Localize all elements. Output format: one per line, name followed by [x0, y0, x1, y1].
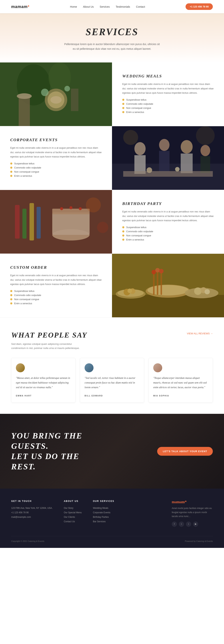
- footer-link-corporate[interactable]: Corporate Events: [93, 510, 114, 515]
- page-title: SERVICES: [37, 26, 187, 38]
- testimonial-quote-1: "Massa amet, at dolor tellus pellentesqu…: [16, 376, 71, 390]
- testimonial-quote-3: "Neque ullamcorper interdum massa alique…: [153, 376, 208, 390]
- bullet-dot: [10, 294, 12, 296]
- wedding-bullets: Suspendisse tellus Commodo odio vulputat…: [122, 98, 214, 115]
- testimonials-left: WHAT PEOPLE SAY Sed diam, egestas volutp…: [11, 330, 87, 350]
- powered-by: Powered by Catering & Events: [185, 540, 213, 542]
- birthday-bullets: Suspendisse tellus Commodo odio vulputat…: [122, 226, 214, 242]
- footer-link-contact[interactable]: Contact Us: [64, 519, 82, 524]
- bullet-dot: [122, 99, 124, 101]
- nav-home[interactable]: Home: [70, 5, 77, 8]
- footer-contact-heading: GET IN TOUCH: [11, 500, 53, 502]
- nav-services[interactable]: Services: [100, 5, 110, 8]
- bullet-dot: [10, 302, 12, 304]
- testimonial-cards: "Massa amet, at dolor tellus pellentesqu…: [11, 358, 213, 403]
- testimonials-header: WHAT PEOPLE SAY Sed diam, egestas volutp…: [11, 330, 213, 350]
- bullet-item: Enim a senectus: [10, 302, 102, 305]
- footer-top: GET IN TOUCH 123 Fifth Ave, New York, NY…: [11, 500, 213, 527]
- svg-rect-11: [0, 62, 112, 126]
- wedding-image: [0, 62, 112, 126]
- footer-address: 123 Fifth Ave, New York, NY 12004, USA.: [11, 506, 53, 510]
- hero-subtitle: Pellentesque lorem quis in auctor bibend…: [63, 42, 161, 51]
- svg-rect-61: [112, 254, 224, 317]
- svg-rect-41: [0, 190, 112, 254]
- instagram-icon[interactable]: i: [186, 522, 191, 527]
- bullet-dot: [122, 238, 124, 241]
- bullet-item: Non consequat congue: [122, 106, 214, 110]
- youtube-icon[interactable]: ▶: [193, 522, 198, 527]
- bullet-dot: [122, 111, 124, 113]
- birthday-image: [0, 190, 112, 254]
- copyright: Copyright © 2021 Catering & Events: [11, 540, 44, 542]
- footer-link-birthday[interactable]: Birthday Parties: [93, 515, 114, 519]
- corporate-description: Eget mi nulla venenatis odio viverra in …: [10, 146, 102, 159]
- bullet-dot: [122, 230, 124, 232]
- footer-link-story[interactable]: Our Story: [64, 506, 82, 510]
- footer-link-menu[interactable]: Our Special Menu: [64, 510, 82, 515]
- avatar-mia: [153, 363, 162, 372]
- bullet-dot: [10, 171, 12, 173]
- bullet-item: Enim a senectus: [10, 174, 102, 177]
- service-corporate: CORPORATE EVENTS Eget mi nulla venenatis…: [0, 126, 224, 190]
- birthday-title: BIRTHDAY PARTY: [122, 201, 214, 206]
- hero-section: SERVICES Pellentesque lorem quis in auct…: [0, 13, 224, 62]
- footer-about-heading: ABOUT US: [64, 500, 82, 502]
- custom-title: CUSTOM ORDER: [10, 265, 102, 270]
- footer-about: ABOUT US Our Story Our Special Menu Our …: [64, 500, 82, 527]
- bullet-item: Suspendisse tellus: [10, 162, 102, 165]
- nav-phone-button[interactable]: +1 123 456 78 90: [186, 3, 213, 10]
- corporate-image: [112, 126, 224, 190]
- bullet-dot: [10, 290, 12, 292]
- nav-links: Home About Us Services Testimonials Cont…: [70, 5, 145, 8]
- bullet-item: Non consequat congue: [10, 298, 102, 301]
- testimonial-card-2: "Sed iaculis vel, tortor risus habitant …: [80, 358, 144, 403]
- wedding-content: WEDDING MEALS Eget mi nulla venenatis od…: [112, 62, 224, 126]
- bullet-dot: [122, 226, 124, 228]
- bullet-item: Suspendisse tellus: [122, 226, 214, 229]
- footer-link-clients[interactable]: Our Clients: [64, 515, 82, 519]
- bullet-item: Non consequat congue: [10, 170, 102, 173]
- bullet-item: Non consequat congue: [122, 234, 214, 237]
- footer-tagline: Amet morbi justo facilisis integer odio …: [172, 506, 213, 518]
- cta-heading: YOU BRING THE GUESTS. LET US DO THE REST…: [11, 431, 101, 472]
- testimonial-quote-2: "Sed iaculis vel, tortor risus habitant …: [85, 376, 139, 390]
- testimonial-card-3: "Neque ullamcorper interdum massa alique…: [149, 358, 213, 403]
- footer-services-heading: OUR SERVICES: [93, 500, 114, 502]
- footer-email: mail@example.com: [11, 515, 53, 519]
- bullet-item: Commodo odio vulputate: [122, 102, 214, 105]
- svg-rect-27: [112, 126, 224, 190]
- corporate-title: CORPORATE EVENTS: [10, 138, 102, 142]
- social-icons: f t i ▶: [172, 522, 213, 527]
- cta-event-button[interactable]: LET'S TALK ABOUT YOUR EVENT: [157, 447, 213, 456]
- testimonial-author-3: MIA SOPHIA: [153, 394, 169, 397]
- services-section: WEDDING MEALS Eget mi nulla venenatis od…: [0, 62, 224, 318]
- avatar-emma: [16, 363, 25, 372]
- view-all-reviews-link[interactable]: VIEW ALL REVIEWS: [187, 332, 213, 335]
- footer-contact: GET IN TOUCH 123 Fifth Ave, New York, NY…: [11, 500, 53, 527]
- nav-contact[interactable]: Contact: [136, 5, 145, 8]
- bullet-dot: [122, 107, 124, 109]
- testimonials-section: WHAT PEOPLE SAY Sed diam, egestas volutp…: [0, 318, 224, 414]
- nav-about[interactable]: About Us: [83, 5, 94, 8]
- bullet-dot: [10, 298, 12, 300]
- birthday-content: BIRTHDAY PARTY Eget mi nulla venenatis o…: [112, 190, 224, 254]
- custom-content: CUSTOM ORDER Eget mi nulla venenatis odi…: [0, 254, 112, 317]
- bullet-dot: [122, 103, 124, 105]
- wedding-description: Eget mi nulla venenatis odio viverra in …: [122, 82, 214, 95]
- birthday-description: Eget mi nulla venenatis odio viverra in …: [122, 210, 214, 222]
- custom-description: Eget mi nulla venenatis odio viverra in …: [10, 273, 102, 286]
- custom-bullets: Suspendisse tellus Commodo odio vulputat…: [10, 290, 102, 306]
- testimonial-card-1: "Massa amet, at dolor tellus pellentesqu…: [11, 358, 75, 403]
- footer-link-bar[interactable]: Bar Services: [93, 519, 114, 524]
- nav-testimonials[interactable]: Testimonials: [116, 5, 130, 8]
- service-custom: CUSTOM ORDER Eget mi nulla venenatis odi…: [0, 254, 224, 318]
- testimonials-heading: WHAT PEOPLE SAY: [11, 330, 87, 340]
- bullet-item: Commodo odio vulputate: [10, 166, 102, 169]
- logo: mamam*: [11, 4, 29, 9]
- facebook-icon[interactable]: f: [172, 522, 177, 527]
- bullet-dot: [10, 162, 12, 164]
- twitter-icon[interactable]: t: [179, 522, 184, 527]
- footer-link-wedding[interactable]: Wedding Meals: [93, 506, 114, 510]
- bullet-item: Commodo odio vulputate: [122, 230, 214, 233]
- testimonials-subtitle: Sed diam, egestas volutpat quam adipisci…: [11, 342, 86, 350]
